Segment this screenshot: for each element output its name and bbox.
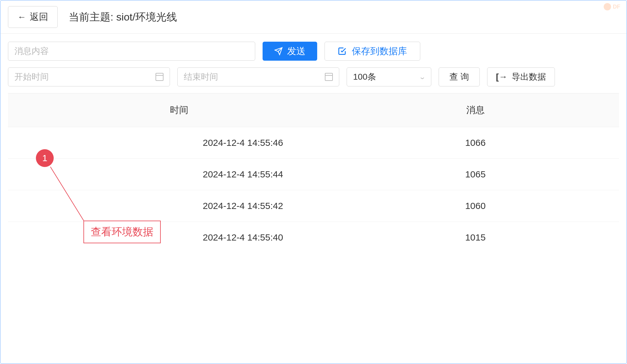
annotation-badge: 1 [36, 149, 54, 167]
back-button-label: 返回 [30, 11, 48, 23]
back-button[interactable]: ← 返回 [8, 6, 58, 28]
table-cell-time: 2024-12-4 14:55:46 [8, 138, 350, 148]
table-cell-message: 1060 [350, 201, 619, 211]
calendar-icon [156, 73, 163, 81]
query-button[interactable]: 查 询 [439, 67, 480, 86]
start-time-input[interactable]: 开始时间 [8, 67, 170, 86]
table-cell-message: 1066 [350, 138, 619, 148]
checkbox-icon [338, 47, 346, 55]
send-button[interactable]: 发送 [263, 42, 317, 61]
annotation-label-box: 查看环境数据 [83, 221, 161, 243]
calendar-icon [325, 73, 333, 81]
export-button[interactable]: [→ 导出数据 [487, 67, 555, 86]
save-database-button[interactable]: 保存到数据库 [325, 42, 420, 61]
end-time-input[interactable]: 结束时间 [177, 67, 339, 86]
table-header: 时间 消息 [8, 93, 619, 127]
table-cell-time: 2024-12-4 14:55:40 [8, 232, 350, 243]
message-input[interactable] [8, 42, 255, 61]
end-time-placeholder: 结束时间 [184, 71, 218, 83]
annotation-number: 1 [42, 153, 48, 163]
table-row: 2024-12-4 14:55:44 1065 [8, 159, 619, 190]
count-select-value: 100条 [353, 71, 376, 83]
arrow-left-icon: ← [17, 13, 26, 21]
watermark-icon [604, 3, 611, 10]
send-icon [274, 47, 283, 55]
watermark: DF [604, 3, 620, 10]
table-cell-message: 1015 [350, 232, 619, 243]
send-button-label: 发送 [287, 45, 306, 58]
count-select[interactable]: 100条 ⌄ [347, 67, 431, 86]
save-database-button-label: 保存到数据库 [352, 45, 407, 58]
chevron-down-icon: ⌄ [419, 73, 426, 81]
table-header-time: 时间 [8, 104, 350, 116]
table-header-message: 消息 [350, 104, 619, 116]
start-time-placeholder: 开始时间 [14, 71, 49, 83]
table-cell-time: 2024-12-4 14:55:44 [8, 169, 350, 180]
page-title: 当前主题: siot/环境光线 [69, 10, 177, 24]
page-header: ← 返回 当前主题: siot/环境光线 [1, 1, 626, 34]
query-button-label: 查 询 [449, 72, 469, 82]
table-cell-message: 1065 [350, 169, 619, 180]
annotation-label: 查看环境数据 [91, 226, 153, 237]
watermark-text: DF [613, 4, 620, 10]
table-row: 2024-12-4 14:55:46 1066 [8, 127, 619, 159]
export-button-label: 导出数据 [512, 71, 546, 83]
table-row: 2024-12-4 14:55:42 1060 [8, 190, 619, 222]
table-cell-time: 2024-12-4 14:55:42 [8, 201, 350, 211]
export-icon: [→ [496, 72, 507, 82]
